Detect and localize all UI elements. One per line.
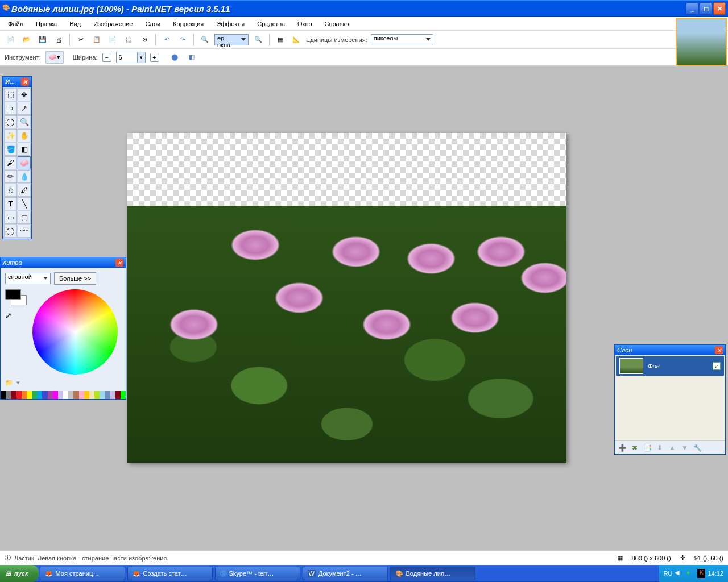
taskbar-item-paintnet[interactable]: 🎨Водяные лил… [390, 567, 475, 580]
eraser-tool[interactable]: 🧼 [18, 156, 31, 169]
lang-indicator[interactable]: RU [664, 570, 673, 577]
zoom-tool[interactable]: 🔍 [18, 115, 31, 128]
color-mode-value: сновной [8, 273, 32, 280]
menu-layers[interactable]: Слои [143, 19, 163, 28]
layer-visibility-checkbox[interactable]: ✓ [713, 362, 721, 370]
zoom-dropdown[interactable]: ер окна [214, 34, 249, 45]
taskbar-item-word[interactable]: WДокумент2 - … [303, 567, 388, 580]
move-selection-tool[interactable]: ↗ [18, 102, 31, 115]
text-tool[interactable]: T [4, 197, 17, 210]
brush-tool[interactable]: 🖌 [4, 156, 17, 169]
width-plus-button[interactable]: + [150, 53, 159, 62]
taskbar-item-skype[interactable]: ⓈSkype™ - terr… [215, 567, 300, 580]
rect-tool[interactable]: ▭ [4, 211, 17, 224]
grid-icon[interactable]: ▦ [274, 34, 287, 46]
close-icon[interactable]: ✕ [715, 346, 723, 354]
move-up-icon[interactable]: ▲ [667, 443, 677, 453]
recolor-tool[interactable]: 🖍 [18, 184, 31, 197]
antialias-icon[interactable]: ⬤ [168, 51, 181, 64]
clone-tool[interactable]: ⎌ [4, 184, 17, 197]
more-button[interactable]: Больше >> [54, 272, 96, 285]
taskbar-item-firefox1[interactable]: 🦊Моя страниц… [40, 567, 125, 580]
rounded-rect-tool[interactable]: ▢ [18, 211, 31, 224]
canvas[interactable] [127, 133, 566, 463]
width-minus-button[interactable]: − [102, 53, 111, 62]
color-mode-dropdown[interactable]: сновной [5, 273, 51, 284]
menu-file[interactable]: Файл [6, 19, 26, 28]
line-tool[interactable]: ╲ [18, 197, 31, 210]
move-tool[interactable]: ✥ [18, 88, 31, 101]
pencil-tool[interactable]: ✏ [4, 170, 17, 183]
paste-icon[interactable]: 📄 [106, 34, 119, 46]
menu-help[interactable]: Справка [322, 19, 351, 28]
blend-icon[interactable]: ◧ [185, 51, 198, 64]
zoom-in-icon[interactable]: 🔍 [252, 34, 264, 46]
duplicate-layer-icon[interactable]: 📑 [642, 443, 652, 453]
zoom-out-icon[interactable]: 🔍 [198, 34, 211, 46]
wand-tool[interactable]: ✨ [4, 129, 17, 142]
layer-row[interactable]: Фон ✓ [616, 356, 724, 376]
fill-tool[interactable]: 🪣 [4, 143, 17, 156]
ellipse-select-tool[interactable]: ◯ [4, 115, 17, 128]
rect-select-tool[interactable]: ⬚ [4, 88, 17, 101]
document-thumbnail[interactable] [676, 18, 727, 66]
freeform-tool[interactable]: 〰 [18, 225, 31, 238]
clock[interactable]: 14:12 [708, 570, 723, 577]
menu-edit[interactable]: Правка [34, 19, 59, 28]
add-layer-icon[interactable]: ➕ [617, 443, 627, 453]
units-label: Единицы измерения: [306, 36, 367, 43]
width-label: Ширина: [73, 54, 98, 61]
tray-icon[interactable]: K [697, 569, 705, 578]
deselect-icon[interactable]: ⊘ [138, 34, 151, 46]
units-dropdown[interactable]: пикселы [371, 34, 433, 45]
swap-colors-icon[interactable]: ⤢ [5, 311, 27, 320]
merge-down-icon[interactable]: ⬇ [655, 443, 665, 453]
width-input[interactable] [117, 52, 137, 63]
move-down-icon[interactable]: ▼ [680, 443, 690, 453]
pan-tool[interactable]: ✋ [18, 129, 31, 142]
ellipse-tool[interactable]: ◯ [4, 225, 17, 238]
close-icon[interactable]: ✕ [21, 78, 29, 86]
cut-icon[interactable]: ✂ [75, 34, 87, 46]
layer-props-icon[interactable]: 🔧 [692, 443, 702, 453]
close-icon[interactable]: ✕ [115, 259, 123, 267]
width-stepper[interactable]: ▾ [116, 52, 146, 63]
save-icon[interactable]: 💾 [36, 34, 49, 46]
open-icon[interactable]: 📂 [20, 34, 33, 46]
menu-image[interactable]: Изображение [91, 19, 135, 28]
minimize-button[interactable]: _ [686, 2, 698, 15]
units-value: пикселы [374, 35, 398, 41]
tools-panel-title[interactable]: И... ✕ [3, 77, 31, 87]
close-button[interactable]: ✕ [713, 2, 726, 15]
ruler-icon[interactable]: 📐 [290, 34, 303, 46]
chevron-down-icon[interactable]: ▾ [137, 52, 145, 63]
color-panel-title[interactable]: литра ✕ [1, 257, 126, 268]
current-tool-icon[interactable]: 🧼▾ [46, 51, 64, 64]
taskbar-item-firefox2[interactable]: 🦊Создать стат… [127, 567, 213, 580]
tray-icon[interactable]: ◀ [675, 569, 684, 578]
new-icon[interactable]: 📄 [5, 34, 17, 46]
add-color-icon[interactable]: 📁 [5, 379, 13, 386]
layers-panel-title[interactable]: Слои ✕ [615, 345, 725, 355]
copy-icon[interactable]: 📋 [90, 34, 103, 46]
start-button[interactable]: ⊞ пуск [0, 565, 39, 582]
tools-grid: ⬚ ✥ ⊃ ↗ ◯ 🔍 ✨ ✋ 🪣 ◧ 🖌 🧼 ✏ 💧 ⎌ 🖍 T ╲ ▭ ▢ … [3, 87, 31, 239]
maximize-button[interactable]: ◻ [700, 2, 712, 15]
color-picker-tool[interactable]: 💧 [18, 170, 31, 183]
menu-view[interactable]: Вид [67, 19, 83, 28]
menu-window[interactable]: Окно [295, 19, 315, 28]
undo-icon[interactable]: ↶ [160, 34, 173, 46]
color-palette-strip[interactable] [1, 391, 126, 399]
menu-effects[interactable]: Эффекты [214, 19, 247, 28]
print-icon[interactable]: 🖨 [52, 34, 65, 46]
lasso-tool[interactable]: ⊃ [4, 102, 17, 115]
menu-tools[interactable]: Средства [255, 19, 287, 28]
crop-icon[interactable]: ⬚ [122, 34, 135, 46]
tray-icon[interactable]: ● [686, 569, 695, 578]
menu-adjust[interactable]: Коррекция [171, 19, 206, 28]
delete-layer-icon[interactable]: ✖ [630, 443, 640, 453]
color-wheel[interactable] [32, 289, 118, 375]
redo-icon[interactable]: ↷ [176, 34, 189, 46]
primary-color-swatch[interactable] [5, 289, 21, 300]
gradient-tool[interactable]: ◧ [18, 143, 31, 156]
